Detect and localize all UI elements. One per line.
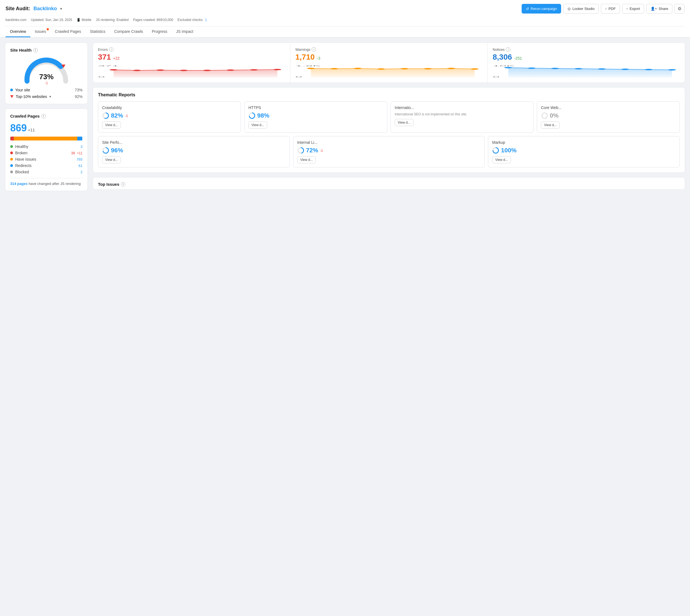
svg-text:10K: 10K xyxy=(493,65,515,67)
redirects-val[interactable]: 61 xyxy=(79,164,83,168)
settings-button[interactable]: ⚙ xyxy=(674,4,685,14)
blocked-val[interactable]: 2 xyxy=(81,170,83,174)
crawl-legend: Healthy 3 Broken 38 +11 xyxy=(10,144,83,174)
warnings-chart: 1.8K 0 xyxy=(295,64,483,78)
crawl-row-issues: Have issues 765 xyxy=(10,157,83,161)
notices-delta: -251 xyxy=(514,56,522,61)
site-chevron[interactable]: ▾ xyxy=(60,7,62,11)
notices-value-row: 8,306 -251 xyxy=(493,53,680,62)
gauge-percent: 73% xyxy=(39,72,53,81)
site-health-info-icon[interactable]: i xyxy=(34,48,38,52)
crawled-pages-card: Crawled Pages i 869 +11 Healthy xyxy=(5,108,88,191)
meta-domain: backlinko.com xyxy=(5,18,26,22)
issues-dot xyxy=(10,158,13,161)
crawled-count: 869 xyxy=(10,122,27,134)
site-perf-pct: 96% xyxy=(102,147,286,154)
tab-issues[interactable]: Issues xyxy=(30,26,50,37)
site-health-card: Site Health i 73% -1 xyxy=(5,43,88,104)
rerun-button[interactable]: ↺ Rerun campaign xyxy=(521,4,561,14)
meta-js: JS rendering: Enabled xyxy=(96,18,129,22)
tab-overview[interactable]: Overview xyxy=(5,26,30,37)
site-perf-view-btn[interactable]: View d... xyxy=(102,156,121,163)
top-issues-info-icon[interactable]: i xyxy=(121,182,125,186)
top10-chevron[interactable]: ▾ xyxy=(49,95,51,98)
warnings-delta: -3 xyxy=(317,56,320,61)
warnings-svg: 1.8K 0 xyxy=(295,64,483,78)
warnings-info-icon[interactable]: i xyxy=(312,47,316,51)
internal-links-view-btn[interactable]: View d... xyxy=(297,156,316,163)
meta-pages: Pages crawled: 869/10,000 xyxy=(133,18,173,22)
healthy-val[interactable]: 3 xyxy=(81,145,83,149)
svg-text:0: 0 xyxy=(295,75,302,78)
broken-dot xyxy=(10,152,13,154)
refresh-icon: ↺ xyxy=(526,7,529,11)
report-core-web: Core Web... 0% View d... xyxy=(537,101,680,133)
bar-blocked xyxy=(82,137,83,140)
tab-compare-crawls[interactable]: Compare Crawls xyxy=(110,26,148,37)
markup-view-btn[interactable]: View d... xyxy=(492,156,511,163)
tab-js-impact[interactable]: JS Impact xyxy=(172,26,198,37)
main-content: Site Health i 73% -1 xyxy=(0,38,690,196)
bar-issues xyxy=(14,137,77,140)
broken-val[interactable]: 38 +11 xyxy=(71,151,83,155)
core-web-view-btn[interactable]: View d... xyxy=(541,122,560,129)
errors-card: Errors i 371 +22 371 xyxy=(93,43,290,83)
warnings-value-row: 1,710 -3 xyxy=(295,53,483,62)
meta-excluded: Excluded checks: 1 xyxy=(177,18,207,22)
issues-badge xyxy=(47,28,49,30)
errors-value[interactable]: 371 xyxy=(98,53,111,61)
markup-pct: 100% xyxy=(492,147,676,154)
excluded-link[interactable]: 1 xyxy=(205,18,207,22)
pdf-button[interactable]: ↑ PDF xyxy=(601,4,620,14)
share-button[interactable]: 👤+ Share xyxy=(646,4,672,14)
warnings-value[interactable]: 1,710 xyxy=(295,53,315,61)
nav-tabs: Overview Issues Crawled Pages Statistics… xyxy=(5,26,685,37)
errors-label: Errors i xyxy=(98,47,285,51)
issues-val[interactable]: 765 xyxy=(76,157,83,161)
tab-crawled-pages[interactable]: Crawled Pages xyxy=(50,26,86,37)
report-https: HTTPS 98% View d... xyxy=(244,101,387,133)
https-view-btn[interactable]: View d... xyxy=(248,122,267,129)
site-health-legend: Your site 73% Top-10% websites ▾ 92% xyxy=(10,88,83,99)
svg-text:371: 371 xyxy=(98,65,119,67)
pdf-icon: ↑ xyxy=(605,7,607,11)
international-view-btn[interactable]: View d... xyxy=(395,119,414,126)
crawled-pages-info-icon[interactable]: i xyxy=(41,114,46,118)
js-render-link[interactable]: 314 pages xyxy=(10,182,28,186)
https-circle xyxy=(248,112,255,119)
bar-redirects xyxy=(77,137,82,140)
report-internal-links: Internal Li... 72% -1 View d... xyxy=(293,136,485,168)
notices-value[interactable]: 8,306 xyxy=(493,53,512,61)
errors-delta: +22 xyxy=(113,56,120,61)
crawlability-circle xyxy=(102,112,109,119)
tab-progress[interactable]: Progress xyxy=(148,26,172,37)
meta-updated: Updated: Sun, Jan 19, 2025 xyxy=(31,18,72,22)
crawl-row-healthy: Healthy 3 xyxy=(10,144,83,149)
thematic-row2: Site Perfo... 96% View d... Internal Li.… xyxy=(98,136,680,168)
report-crawlability: Crawlability 82% -1 View d... xyxy=(98,101,241,133)
crawled-pages-title: Crawled Pages i xyxy=(10,114,83,118)
svg-text:0: 0 xyxy=(493,75,499,78)
blocked-dot xyxy=(10,171,13,173)
export-button[interactable]: ↑ Export xyxy=(622,4,644,14)
thematic-reports-card: Thematic Reports Crawlability 82% -1 Vie… xyxy=(93,87,685,173)
share-icon: 👤+ xyxy=(650,7,657,11)
report-site-perf: Site Perfo... 96% View d... xyxy=(98,136,290,168)
crawlability-view-btn[interactable]: View d... xyxy=(102,122,121,129)
errors-info-icon[interactable]: i xyxy=(109,47,113,51)
tab-statistics[interactable]: Statistics xyxy=(86,26,110,37)
site-name-link[interactable]: Backlinko xyxy=(34,6,57,12)
js-render-text: 314 pages have changed after JS renderin… xyxy=(10,182,83,186)
errors-svg: 371 0 xyxy=(98,64,285,78)
warnings-card: Warnings i 1,710 -3 1 xyxy=(290,43,488,83)
meta-bar: backlinko.com Updated: Sun, Jan 19, 2025… xyxy=(5,16,685,25)
top10-val: 92% xyxy=(75,94,83,99)
crawled-count-row: 869 +11 xyxy=(10,122,83,134)
crawled-bar xyxy=(10,137,83,140)
crawlability-pct: 82% -1 xyxy=(102,112,237,119)
notices-info-icon[interactable]: i xyxy=(506,47,510,51)
svg-point-35 xyxy=(542,113,547,118)
gear-icon: ⚙ xyxy=(677,6,682,11)
looker-button[interactable]: ⊙ Looker Studio xyxy=(563,4,599,14)
international-na: International SEO is not implemented on … xyxy=(395,112,529,117)
